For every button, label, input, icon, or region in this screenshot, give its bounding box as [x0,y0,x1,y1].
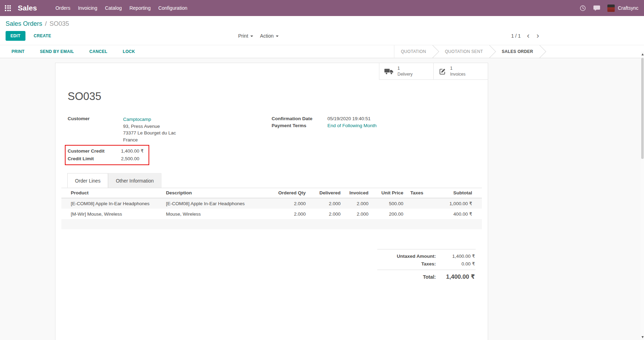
address-line: France [123,137,176,144]
pager-counter[interactable]: 1 / 1 [511,33,521,39]
table-row[interactable]: [E-COM08] Apple In-Ear Headphones [E-COM… [61,198,482,209]
credit-limit-value: 2,500.00 [121,155,139,163]
stage-arrow-icon [540,45,545,58]
notebook-tabs: Order Lines Other Information [61,173,482,188]
breadcrumb: Sales Orders/SO035 [6,20,638,28]
avatar [607,5,615,12]
cell-ordered-qty: 2.000 [275,209,309,219]
cell-unit-price: 200.00 [372,209,407,219]
menu-orders[interactable]: Orders [52,0,74,16]
table-row[interactable]: [M-Wir] Mouse, Wireless Mouse, Wireless … [61,209,482,219]
stage-arrow-icon [433,45,438,58]
totals-panel: Untaxed Amount: 1,400.00 ₹ Taxes: 0.00 ₹… [377,249,476,281]
customer-label: Customer [68,116,123,143]
total-label: Total: [423,274,436,280]
scroll-down-button[interactable] [641,335,644,339]
delivery-label: Delivery [397,71,412,77]
cell-invoiced: 2.000 [344,209,372,219]
delivery-stat-button[interactable]: 1 Delivery [379,63,433,80]
menu-reporting[interactable]: Reporting [126,0,154,16]
column-header-taxes[interactable]: Taxes [407,188,438,198]
clock-icon[interactable] [579,5,586,11]
triangle-up-icon [642,53,644,55]
confirmation-date-label: Confirmation Date [272,116,327,121]
payment-terms-field: Payment Terms End of Following Month [272,123,476,128]
scroll-up-button[interactable] [641,52,644,56]
invoices-stat-button[interactable]: 1 Invoices [433,63,488,80]
edit-button[interactable]: EDIT [6,31,25,41]
cell-ordered-qty: 2.000 [275,198,309,209]
create-button[interactable]: CREATE [32,33,53,39]
print-button[interactable]: PRINT [9,49,27,54]
caret-down-icon [250,36,253,37]
payment-terms-label: Payment Terms [272,123,327,128]
confirmation-date-value: 05/19/2020 19:40:51 [327,116,371,121]
taxes-value: 0.00 ₹ [436,261,475,266]
stage-quotation-sent[interactable]: QUOTATION SENT [438,45,490,58]
scrollbar-thumb[interactable] [641,58,644,159]
cancel-button[interactable]: CANCEL [87,49,109,54]
lock-button[interactable]: LOCK [121,49,137,54]
cell-delivered: 2.000 [309,198,344,209]
stat-button-strip: 1 Delivery 1 Invoices [55,63,488,80]
app-name[interactable]: Sales [18,4,37,12]
total-value: 1,400.00 ₹ [436,273,475,280]
invoices-label: Invoices [450,71,465,77]
column-header-product[interactable]: Product [61,188,162,198]
page-title: SO035 [68,90,476,103]
empty-row [61,219,482,229]
apps-grid-icon[interactable] [5,5,11,11]
control-panel: Sales Orders/SO035 EDIT CREATE Print Act… [0,16,644,45]
invoices-count: 1 [450,65,465,71]
cell-unit-price: 500.00 [372,198,407,209]
scrollbar[interactable] [641,52,644,340]
send-by-email-button[interactable]: SEND BY EMAIL [38,49,76,54]
column-header-description[interactable]: Description [162,188,275,198]
tab-order-lines[interactable]: Order Lines [67,173,108,188]
menu-invoicing[interactable]: Invoicing [74,0,101,16]
taxes-label: Taxes: [421,261,436,266]
address-line: 93, Press Avenue [123,123,176,130]
user-menu[interactable]: Craftsync [607,5,638,12]
cell-description: [E-COM08] Apple In-Ear Headphones [162,198,275,209]
delivery-count: 1 [397,65,412,71]
customer-address: Camptocamp 93, Press Avenue 73377 Le Bou… [123,116,176,143]
cell-product: [M-Wir] Mouse, Wireless [61,209,162,219]
menu-catalog[interactable]: Catalog [101,0,126,16]
column-header-subtotal[interactable]: Subtotal [438,188,482,198]
main-content: 1 Delivery 1 Invoices SO035 [0,58,644,340]
customer-link[interactable]: Camptocamp [123,117,151,122]
payment-terms-link[interactable]: End of Following Month [327,123,377,128]
column-header-ordered-qty[interactable]: Ordered Qty [275,188,309,198]
column-header-delivered[interactable]: Delivered [309,188,344,198]
breadcrumb-sales-orders-link[interactable]: Sales Orders [6,20,42,27]
column-header-unit-price[interactable]: Unit Price [372,188,407,198]
tab-other-information[interactable]: Other Information [108,173,161,188]
cell-invoiced: 2.000 [344,198,372,209]
cell-taxes [407,198,438,209]
confirmation-date-field: Confirmation Date 05/19/2020 19:40:51 [272,116,476,121]
sales-order-sheet: 1 Delivery 1 Invoices SO035 [55,63,488,340]
action-dropdown[interactable]: Action [260,33,279,39]
truck-icon [384,68,394,75]
cell-subtotal: 1,000.00 ₹ [438,198,482,209]
chat-icon[interactable] [593,5,600,11]
print-dropdown[interactable]: Print [238,33,253,39]
stage-arrow-icon [490,45,495,58]
address-line: 73377 Le Bourget du Lac [123,130,176,137]
pencil-square-icon [439,68,446,75]
untaxed-amount-value: 1,400.00 ₹ [436,253,475,259]
menu-configuration[interactable]: Configuration [154,0,191,16]
main-menu: Orders Invoicing Catalog Reporting Confi… [52,0,191,16]
pager-prev-button[interactable]: ‹ [526,32,530,39]
cell-description: Mouse, Wireless [162,209,275,219]
pager-next-button[interactable]: › [536,32,540,39]
cell-taxes [407,209,438,219]
caret-down-icon [276,36,279,37]
untaxed-amount-label: Untaxed Amount: [397,254,436,259]
credit-warning-box: Customer Credit 1,400.00 ₹ Credit Limit … [65,145,149,165]
breadcrumb-current: SO035 [50,20,69,27]
top-navbar: Sales Orders Invoicing Catalog Reporting… [0,0,644,16]
column-header-invoiced[interactable]: Invoiced [344,188,372,198]
cell-subtotal: 400.00 ₹ [438,209,482,219]
